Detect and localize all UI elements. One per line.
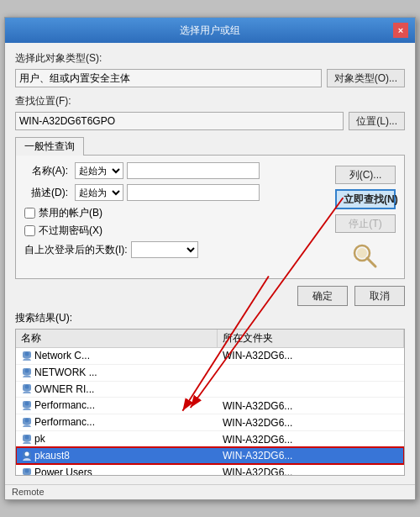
table-cell-name: Performanc... (16, 414, 218, 431)
ok-cancel-row: 确定 取消 (15, 286, 405, 306)
name-row: 名称(A): 起始为 (24, 162, 328, 179)
cancel-button[interactable]: 取消 (354, 286, 405, 306)
desc-select[interactable]: 起始为 (75, 184, 123, 201)
name-input-row: 起始为 (75, 162, 260, 179)
table-cell-name: pkaust8 (16, 447, 218, 464)
svg-point-2 (357, 248, 367, 258)
svg-point-16 (25, 419, 29, 423)
inner-left: 名称(A): 起始为 描述(D): (24, 162, 328, 272)
object-type-button[interactable]: 对象类型(O)... (327, 69, 405, 87)
desc-row: 描述(D): 起始为 (24, 184, 328, 201)
svg-point-22 (25, 451, 29, 456)
table-header: 名称 所在文件夹 (16, 330, 404, 348)
days-row: 自上次登录后的天数(I): (24, 241, 328, 258)
table-cell-folder: WIN-A32DG6... (218, 348, 404, 365)
non-expiry-row: 不过期密码(X) (24, 224, 328, 238)
table-cell-folder (218, 381, 404, 398)
col-folder-header: 所在文件夹 (218, 330, 404, 348)
object-type-input[interactable] (15, 69, 322, 87)
list-button[interactable]: 列(C)... (335, 166, 396, 184)
title-bar: 选择用户或组 × (5, 18, 415, 43)
table-row[interactable]: NETWORK ... (16, 364, 404, 381)
table-cell-name: Network C... (16, 348, 218, 365)
dialog-title: 选择用户或组 (27, 24, 393, 38)
general-query-box: 名称(A): 起始为 描述(D): (15, 155, 405, 279)
svg-point-7 (25, 368, 29, 372)
table-cell-name: OWNER RI... (16, 381, 218, 398)
ok-button[interactable]: 确定 (297, 286, 348, 306)
inner-layout: 名称(A): 起始为 描述(D): (24, 162, 396, 272)
status-bar: Remote (5, 484, 415, 499)
name-label: 名称(A): (24, 164, 68, 178)
select-user-group-dialog: 选择用户或组 × 选择此对象类型(S): 对象类型(O)... 查找位置(F):… (4, 17, 416, 500)
svg-point-25 (25, 468, 29, 472)
table-row[interactable]: Performanc...WIN-A32DG6... (16, 398, 404, 414)
dialog-body: 选择此对象类型(S): 对象类型(O)... 查找位置(F): 位置(L)...… (5, 43, 415, 484)
table-cell-folder (218, 364, 404, 381)
results-tbody: Network C...WIN-A32DG6... NETWORK ... OW… (16, 348, 404, 477)
name-text-input[interactable] (127, 162, 260, 179)
col-name-header: 名称 (16, 330, 218, 348)
table-row[interactable]: OWNER RI... (16, 381, 404, 398)
object-type-label: 选择此对象类型(S): (15, 51, 405, 66)
table-cell-folder: WIN-A32DG6... (218, 447, 404, 464)
table-cell-folder: WIN-A32DG6... (218, 414, 404, 431)
table-row[interactable]: Power UsersWIN-A32DG6... (16, 464, 404, 476)
search-now-button[interactable]: 立即查找(N) (335, 189, 396, 209)
table-cell-folder: WIN-A32DG6... (218, 431, 404, 448)
svg-point-10 (25, 385, 29, 389)
location-button[interactable]: 位置(L)... (349, 112, 405, 130)
object-type-row: 对象类型(O)... (15, 69, 405, 87)
inner-right: 列(C)... 立即查找(N) 停止(T) (335, 162, 396, 272)
desc-input-row: 起始为 (75, 184, 260, 201)
svg-line-1 (367, 258, 375, 266)
results-table-container[interactable]: 名称 所在文件夹 Network C...WIN-A32DG6... NETWO… (15, 329, 405, 476)
results-label: 搜索结果(U): (15, 311, 405, 325)
non-expiry-checkbox[interactable] (24, 225, 35, 236)
location-label: 查找位置(F): (15, 94, 405, 108)
table-cell-name: Power Users (16, 464, 218, 476)
close-button[interactable]: × (393, 23, 408, 38)
stop-button[interactable]: 停止(T) (335, 214, 396, 233)
table-cell-name: NETWORK ... (16, 364, 218, 381)
results-table: 名称 所在文件夹 Network C...WIN-A32DG6... NETWO… (16, 330, 404, 476)
table-cell-folder: WIN-A32DG6... (218, 398, 404, 414)
svg-point-19 (25, 435, 29, 439)
search-icon (335, 241, 396, 272)
name-select[interactable]: 起始为 (75, 162, 123, 179)
table-cell-folder: WIN-A32DG6... (218, 464, 404, 476)
desc-text-input[interactable] (127, 184, 260, 201)
disabled-checkbox[interactable] (24, 208, 35, 219)
disabled-row: 禁用的帐户(B) (24, 206, 328, 220)
non-expiry-label: 不过期密码(X) (39, 224, 102, 238)
location-row: 位置(L)... (15, 112, 405, 130)
table-cell-name: pk (16, 431, 218, 448)
general-query-section: 一般性查询 名称(A): 起始为 (15, 137, 405, 279)
days-label: 自上次登录后的天数(I): (24, 243, 128, 257)
svg-point-13 (25, 402, 29, 406)
table-row[interactable]: pkWIN-A32DG6... (16, 431, 404, 448)
svg-point-4 (25, 351, 29, 356)
status-text: Remote (12, 487, 45, 497)
desc-label: 描述(D): (24, 186, 68, 200)
table-row[interactable]: Performanc...WIN-A32DG6... (16, 414, 404, 431)
table-cell-name: Performanc... (16, 398, 218, 414)
table-row[interactable]: Network C...WIN-A32DG6... (16, 348, 404, 365)
disabled-label: 禁用的帐户(B) (39, 206, 102, 220)
table-row[interactable]: pkaust8WIN-A32DG6... (16, 447, 404, 464)
days-select[interactable] (131, 241, 198, 258)
location-input[interactable] (15, 112, 344, 130)
general-query-tab[interactable]: 一般性查询 (15, 137, 84, 156)
